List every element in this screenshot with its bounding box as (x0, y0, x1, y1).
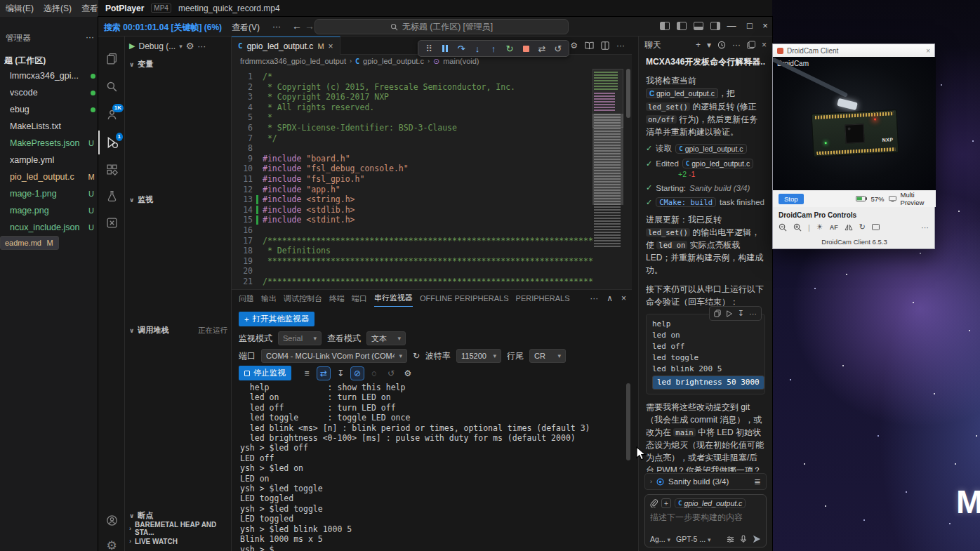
chevron-down-icon[interactable]: ▾ (179, 43, 183, 50)
task-item[interactable]: › Sanity build (3/4) ≣ (644, 473, 767, 490)
editor-gear-icon[interactable]: ⚙ (570, 41, 578, 51)
customize-layout-icon[interactable] (660, 22, 670, 30)
file-row[interactable]: mage-1.png U (0, 185, 98, 202)
monitor-settings-gear-icon[interactable]: ⚙ (401, 366, 415, 380)
run-and-debug-icon[interactable]: 1 (98, 131, 125, 154)
extensions-icon[interactable] (98, 157, 125, 181)
file-row[interactable]: mage.png U (0, 202, 98, 219)
attach-paperclip-icon[interactable] (650, 499, 658, 507)
toggle-panel-icon[interactable] (694, 22, 703, 30)
panel-tab[interactable]: 调试控制台 (284, 290, 322, 307)
timer-icon[interactable]: ◌ (367, 366, 381, 380)
chat-close-icon[interactable]: × (762, 40, 767, 50)
panel-sash[interactable] (632, 36, 639, 551)
new-chat-icon[interactable]: + (696, 40, 701, 50)
code-area[interactable]: 1/* 2 * Copyright (c) 2015, Freescale Se… (232, 69, 593, 289)
file-row[interactable]: ebug (0, 101, 98, 118)
file-chip[interactable]: Cgpio_led_output.c (675, 144, 746, 154)
reverse-icon[interactable]: ↺ (551, 41, 565, 55)
autoscroll-icon[interactable]: ↧ (333, 366, 347, 380)
swap-session-icon[interactable]: ⇄ (535, 41, 549, 55)
sidebar-more-icon[interactable]: ··· (197, 41, 206, 51)
rotate-icon[interactable]: ↻ (859, 223, 866, 232)
nav-back-icon[interactable]: ← (292, 20, 302, 32)
refresh-ports-icon[interactable]: ↻ (413, 351, 420, 361)
panel-tab[interactable]: PERIPHERALS (516, 290, 570, 307)
chat-code-block[interactable]: ↧ ··· helpled onled offled toggleled bli… (646, 314, 765, 394)
collapsed-section[interactable]: ›ANALYSIS (129, 547, 231, 551)
chat-more-icon[interactable]: ··· (732, 40, 741, 50)
nav-forward-icon[interactable]: → (305, 20, 314, 32)
apply-in-editor-icon[interactable] (726, 310, 733, 317)
fullscreen-icon[interactable] (872, 224, 880, 230)
step-out-icon[interactable]: ↑ (486, 41, 501, 55)
pause-output-icon[interactable]: ↺ (384, 366, 398, 380)
account-icon[interactable] (98, 508, 125, 532)
chat-history-icon[interactable] (717, 41, 726, 49)
command-line[interactable]: led toggle (652, 352, 759, 364)
file-row[interactable]: eadme.md M (0, 236, 59, 250)
mcux-x-icon[interactable] (98, 211, 125, 234)
step-over-icon[interactable]: ↷ (454, 41, 468, 55)
zoom-out-icon[interactable] (779, 223, 787, 232)
stop-monitoring-button[interactable]: 停止监视 (239, 366, 291, 380)
toggle-send-mode-icon[interactable]: ⇄ (317, 366, 331, 380)
editor-scrollbar[interactable] (625, 69, 632, 289)
panel-maximize-icon[interactable]: ∧ (607, 293, 613, 303)
settings-gear-icon[interactable]: ⚙ (98, 533, 125, 551)
book-icon[interactable] (585, 41, 594, 50)
insert-at-cursor-icon[interactable]: ↧ (738, 309, 744, 318)
view-mode-select[interactable]: 文本▾ (366, 331, 406, 345)
pause-icon[interactable] (438, 41, 452, 55)
menu-item[interactable]: 查看 (81, 3, 98, 15)
tab-gpio-led-output[interactable]: C gpio_led_output.c M × (232, 36, 340, 55)
model-select[interactable]: GPT-5 ... ▾ (676, 535, 710, 543)
toggle-sidebar-icon[interactable] (677, 22, 687, 30)
multi-preview-label[interactable]: Multi Preview (901, 191, 930, 206)
panel-tab[interactable]: OFFLINE PERIPHERALS (420, 290, 509, 307)
test-flask-icon[interactable] (98, 184, 125, 208)
chat-input-box[interactable]: + Cgpio_led_output.c Ag... ▾ GPT-5 ... ▾ (644, 494, 767, 547)
editor-more-icon[interactable]: ··· (616, 41, 625, 51)
panel-close-icon[interactable]: × (621, 293, 626, 303)
stop-debug-icon[interactable] (519, 41, 533, 55)
drag-handle-icon[interactable]: ⠿ (422, 41, 436, 55)
toggle-timestamp-icon[interactable]: ⊘ (350, 366, 364, 380)
voice-icon[interactable] (740, 535, 747, 543)
tab-close-icon[interactable]: × (329, 41, 333, 51)
panel-tab[interactable]: 串行监视器 (374, 290, 413, 307)
terminal-scrollbar[interactable] (626, 383, 630, 460)
tool-cmake[interactable]: ✓ CMake: build task finished (646, 197, 765, 207)
task-list-icon[interactable]: ≣ (754, 477, 761, 486)
file-chip[interactable]: Cgpio_led_output.c (682, 159, 753, 168)
minimize-icon[interactable]: — (723, 20, 740, 31)
zoom-in-icon[interactable] (793, 223, 802, 232)
brightness-icon[interactable]: ☀ (816, 223, 823, 232)
panel-tab[interactable]: 问题 (239, 290, 254, 307)
port-select[interactable]: COM4 - MCU-Link VCom Port (COM4)▾ (261, 349, 407, 363)
droidcam-close-icon[interactable]: × (926, 47, 930, 55)
open-other-monitor-button[interactable]: +打开其他监视器 (239, 312, 314, 326)
search-view-icon[interactable] (98, 74, 125, 98)
debug-config-label[interactable]: Debug (... (138, 41, 176, 51)
droidcam-more-icon[interactable]: ··· (921, 223, 929, 232)
attached-file-chip[interactable]: Cgpio_led_output.c (675, 498, 746, 508)
chat-conversation[interactable]: MCXA346开发板命令行解释器... 我将检查当前 gpio_led_outp… (639, 53, 772, 472)
tool-edited[interactable]: ✓ Edited Cgpio_led_output.c (646, 159, 765, 168)
baud-select[interactable]: 115200▾ (456, 349, 501, 363)
open-chat-in-editor-icon[interactable] (747, 41, 755, 49)
file-row[interactable]: xample.yml (0, 152, 98, 168)
file-row[interactable]: pio_led_output.c M (0, 168, 98, 185)
split-editor-icon[interactable] (601, 41, 609, 50)
more-icon[interactable]: ··· (86, 32, 94, 44)
send-icon[interactable] (753, 535, 761, 543)
minimap[interactable] (592, 69, 623, 258)
copy-icon[interactable] (714, 310, 721, 317)
panel-tab[interactable]: 端口 (352, 290, 367, 307)
mirror-display-icon[interactable] (889, 196, 896, 202)
section-variables[interactable]: ∨变量 (129, 59, 153, 69)
agent-mode-select[interactable]: Ag... ▾ (650, 535, 670, 543)
command-line[interactable]: led off (652, 341, 759, 352)
maximize-icon[interactable]: □ (741, 20, 758, 31)
stop-button[interactable]: Stop (779, 194, 804, 204)
